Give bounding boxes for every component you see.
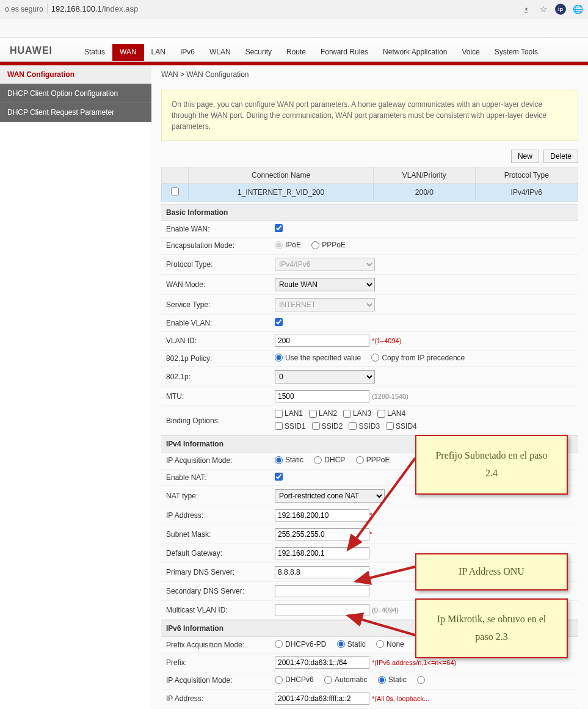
bind-ssid2-checkbox[interactable] bbox=[312, 422, 320, 430]
new-button[interactable]: New bbox=[511, 150, 539, 163]
bind-lan2-checkbox[interactable] bbox=[309, 410, 317, 418]
enable-wan-label: Enable WAN: bbox=[161, 221, 270, 238]
conn-header bbox=[162, 167, 189, 184]
translate-icon[interactable]: ⭑̤ bbox=[521, 4, 532, 15]
pfxacq-label: Prefix Acquisition Mode: bbox=[161, 637, 270, 653]
sidebar: WAN ConfigurationDHCP Client Option Conf… bbox=[0, 65, 151, 122]
dns2-input[interactable] bbox=[275, 585, 369, 597]
enable-nat-checkbox[interactable] bbox=[275, 473, 283, 481]
servicetype-select[interactable]: INTERNET bbox=[275, 298, 375, 311]
8021p-copy-radio[interactable] bbox=[371, 354, 379, 362]
wanmode-label: WAN Mode: bbox=[161, 274, 270, 294]
enable-vlan-label: Enable VLAN: bbox=[161, 315, 270, 331]
mtu-label: MTU: bbox=[161, 387, 270, 406]
nattype-label: NAT type: bbox=[161, 485, 270, 506]
bookmark-bar bbox=[0, 18, 588, 38]
arrow-3 bbox=[342, 611, 421, 641]
mvlan-label: Multicast VLAN ID: bbox=[161, 600, 270, 619]
bind-lan4-checkbox[interactable] bbox=[377, 410, 385, 418]
header: HUAWEI StatusWANLANIPv6WLANSecurityRoute… bbox=[0, 38, 588, 62]
sidebar-item-2[interactable]: DHCP Client Request Parameter bbox=[0, 103, 151, 122]
ext-icon-1[interactable]: ip bbox=[555, 4, 566, 15]
top-nav: StatusWANLANIPv6WLANSecurityRouteForward… bbox=[77, 44, 545, 61]
bind-ssid3-checkbox[interactable] bbox=[349, 422, 357, 430]
ipaddr-label: IP Address: bbox=[161, 506, 270, 525]
annotation-1: Prefijo Subnetado en el paso 2.4 bbox=[415, 435, 568, 495]
encap-pppoe-radio[interactable] bbox=[311, 241, 319, 249]
ipacq-dhcp-radio[interactable] bbox=[314, 456, 322, 464]
ipacq-static-radio[interactable] bbox=[275, 456, 283, 464]
delete-button[interactable]: Delete bbox=[543, 150, 578, 163]
wanmode-select[interactable]: Route WAN bbox=[275, 278, 375, 291]
ipacq6-extra-radio[interactable] bbox=[417, 676, 425, 684]
enable-nat-label: Enable NAT: bbox=[161, 469, 270, 485]
bind-lan1-checkbox[interactable] bbox=[275, 410, 283, 418]
arrow-1 bbox=[342, 452, 421, 556]
annotation-2: IP Address ONU bbox=[415, 553, 568, 591]
nav-voice[interactable]: Voice bbox=[454, 44, 487, 61]
nav-security[interactable]: Security bbox=[238, 44, 279, 61]
svg-line-5 bbox=[348, 616, 415, 635]
gw-label: Default Gateway: bbox=[161, 544, 270, 562]
breadcrumb: WAN > WAN Configuration bbox=[151, 65, 588, 84]
info-box: On this page, you can configure WAN port… bbox=[161, 90, 578, 141]
proto-select[interactable]: IPv4/IPv6 bbox=[275, 258, 375, 271]
bind-ssid1-checkbox[interactable] bbox=[275, 422, 283, 430]
divider bbox=[47, 4, 48, 14]
nav-system-tools[interactable]: System Tools bbox=[487, 44, 545, 61]
ipacq6-static-radio[interactable] bbox=[378, 676, 386, 684]
nav-lan[interactable]: LAN bbox=[144, 44, 173, 61]
nav-wan[interactable]: WAN bbox=[112, 44, 144, 61]
proto-label: Protocol Type: bbox=[161, 254, 270, 274]
nav-status[interactable]: Status bbox=[77, 44, 112, 61]
8021p-specified-radio[interactable] bbox=[275, 354, 283, 362]
basic-form: Enable WAN: Encapsulation Mode: IPoE PPP… bbox=[161, 221, 578, 435]
nav-forward-rules[interactable]: Forward Rules bbox=[313, 44, 376, 61]
nav-wlan[interactable]: WLAN bbox=[202, 44, 238, 61]
pfxacq-dhcpv6pd-radio[interactable] bbox=[275, 640, 283, 648]
servicetype-label: Service Type: bbox=[161, 294, 270, 315]
table-row[interactable]: 1_INTERNET_R_VID_200 200/0 IPv4/IPv6 bbox=[162, 184, 578, 202]
8021p-select[interactable]: 0 bbox=[275, 370, 375, 384]
8021p-policy-label: 802.1p Policy: bbox=[161, 350, 270, 367]
ip6addr-input[interactable] bbox=[275, 693, 369, 705]
conn-vlan: 200/0 bbox=[374, 184, 475, 202]
conn-proto: IPv4/IPv6 bbox=[475, 184, 578, 202]
star-icon[interactable]: ☆ bbox=[538, 4, 549, 15]
enable-wan-checkbox[interactable] bbox=[275, 224, 283, 232]
conn-name: 1_INTERNET_R_VID_200 bbox=[189, 184, 374, 202]
dns1-label: Primary DNS Server: bbox=[161, 562, 270, 581]
bind-lan3-checkbox[interactable] bbox=[343, 410, 351, 418]
sidebar-item-1[interactable]: DHCP Client Option Configuration bbox=[0, 84, 151, 103]
pfx-label: Prefix: bbox=[161, 653, 270, 672]
conn-header: Protocol Type bbox=[475, 167, 578, 184]
annotation-3: Ip Mikrotik, se obtuvo en el paso 2.3 bbox=[415, 598, 568, 658]
nav-ipv6[interactable]: IPv6 bbox=[173, 44, 202, 61]
ipacq6-auto-radio[interactable] bbox=[324, 676, 332, 684]
arrow-2 bbox=[351, 562, 418, 586]
8021p-label: 802.1p: bbox=[161, 367, 270, 387]
ipacq6-dhcpv6-radio[interactable] bbox=[275, 676, 283, 684]
insecure-label: o es seguro bbox=[5, 5, 43, 13]
logo: HUAWEI bbox=[10, 45, 53, 61]
bind-ssid4-checkbox[interactable] bbox=[386, 422, 394, 430]
svg-line-3 bbox=[356, 567, 415, 581]
mtu-input[interactable] bbox=[275, 390, 369, 402]
binding-label: Binding Options: bbox=[161, 406, 270, 435]
pfx-input[interactable] bbox=[275, 656, 369, 669]
encap-ipoe-radio[interactable] bbox=[275, 241, 283, 249]
sidebar-item-0[interactable]: WAN Configuration bbox=[0, 65, 151, 84]
url-text: 192.168.100.1/index.asp bbox=[51, 4, 138, 13]
enable-vlan-checkbox[interactable] bbox=[275, 318, 283, 326]
vlanid-input[interactable] bbox=[275, 335, 369, 347]
connection-table: Connection NameVLAN/PriorityProtocol Typ… bbox=[161, 167, 578, 202]
conn-header: VLAN/Priority bbox=[374, 167, 475, 184]
nav-network-application[interactable]: Network Application bbox=[376, 44, 454, 61]
nav-route[interactable]: Route bbox=[279, 44, 313, 61]
row-checkbox[interactable] bbox=[171, 187, 179, 195]
section-basic: Basic Information bbox=[161, 204, 578, 221]
ip6addr-label: IP Address: bbox=[161, 689, 270, 708]
dns2-label: Secondary DNS Server: bbox=[161, 581, 270, 600]
svg-line-1 bbox=[348, 458, 415, 550]
ext-icon-2[interactable]: 🌐 bbox=[572, 4, 583, 15]
